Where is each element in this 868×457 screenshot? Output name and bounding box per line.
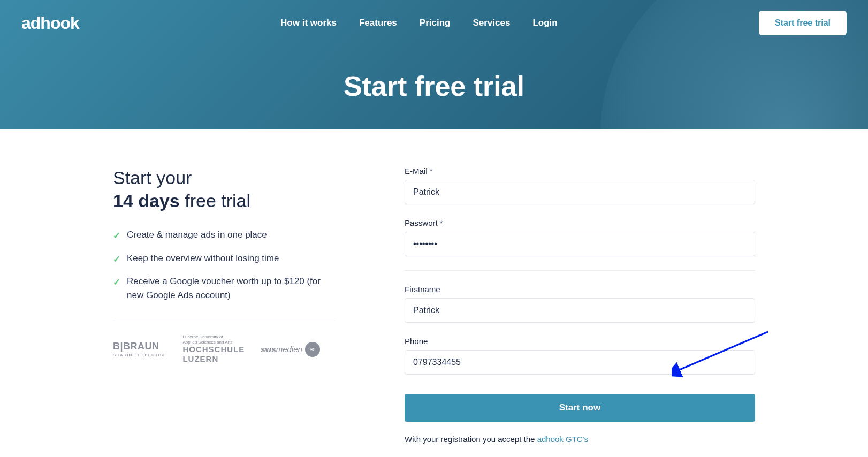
partner-sws-text: swsmedien	[261, 345, 302, 354]
benefit-text: Create & manage ads in one place	[127, 228, 267, 242]
partner-sws: swsmedien ≈	[261, 342, 320, 357]
nav-how-it-works[interactable]: How it works	[280, 18, 337, 28]
benefit-text: Receive a Google voucher worth up to $12…	[127, 275, 335, 302]
firstname-group: Firstname	[405, 285, 755, 323]
benefit-item: ✓ Create & manage ads in one place	[113, 228, 335, 243]
benefits-list: ✓ Create & manage ads in one place ✓ Kee…	[113, 228, 335, 302]
trial-heading: Start your 14 days free trial	[113, 166, 335, 212]
signup-form: E-Mail * Passwort * Firstname Phone Star…	[405, 166, 755, 444]
brand-logo-text: adhook	[21, 13, 79, 33]
benefit-item: ✓ Receive a Google voucher worth up to $…	[113, 275, 335, 302]
partner-braun: B|BRAUN SHARING EXPERTISE	[113, 341, 166, 357]
partner-braun-sub: SHARING EXPERTISE	[113, 353, 166, 358]
firstname-field[interactable]	[405, 298, 755, 323]
start-free-trial-button[interactable]: Start free trial	[759, 11, 847, 35]
phone-field[interactable]	[405, 350, 755, 375]
phone-label: Phone	[405, 337, 755, 346]
check-icon: ✓	[113, 276, 120, 290]
hero-section: adhook How it works Features Pricing Ser…	[0, 0, 868, 129]
nav-login[interactable]: Login	[532, 18, 557, 28]
consent-prefix: With your registration you accept the	[405, 435, 537, 444]
benefit-item: ✓ Keep the overview without losing time	[113, 252, 335, 266]
check-icon: ✓	[113, 253, 120, 266]
main-content: Start your 14 days free trial ✓ Create &…	[92, 129, 776, 457]
email-group: E-Mail *	[405, 166, 755, 204]
info-column: Start your 14 days free trial ✓ Create &…	[113, 166, 335, 444]
partner-logos: B|BRAUN SHARING EXPERTISE Lucerne Univer…	[113, 334, 335, 364]
partner-hslu: Lucerne University of Applied Sciences a…	[182, 334, 245, 364]
partner-hslu-line2: LUZERN	[182, 354, 245, 364]
email-label: E-Mail *	[405, 166, 755, 176]
nav-features[interactable]: Features	[359, 18, 397, 28]
page-title: Start free trial	[0, 70, 868, 102]
nav-services[interactable]: Services	[473, 18, 510, 28]
benefit-text: Keep the overview without losing time	[127, 252, 279, 265]
brand-logo[interactable]: adhook	[21, 13, 79, 33]
start-now-button[interactable]: Start now	[405, 394, 755, 422]
trial-heading-bold: 14 days	[113, 191, 180, 211]
password-group: Passwort *	[405, 218, 755, 256]
partner-braun-main: B|BRAUN	[113, 341, 166, 353]
form-divider	[405, 270, 755, 271]
nav-links: How it works Features Pricing Services L…	[280, 18, 558, 28]
partner-hslu-top: Lucerne University of Applied Sciences a…	[182, 334, 245, 345]
password-field[interactable]	[405, 232, 755, 256]
trial-heading-rest: free trial	[180, 191, 250, 211]
phone-group: Phone	[405, 337, 755, 375]
email-field[interactable]	[405, 180, 755, 204]
firstname-label: Firstname	[405, 285, 755, 294]
sws-icon: ≈	[305, 342, 320, 357]
password-label: Passwort *	[405, 218, 755, 227]
partner-hslu-line1: HOCHSCHULE	[182, 345, 245, 354]
trial-heading-line1: Start your	[113, 167, 192, 188]
divider	[113, 321, 335, 321]
consent-text: With your registration you accept the ad…	[405, 435, 755, 444]
gtc-link[interactable]: adhook GTC's	[537, 435, 588, 444]
nav-pricing[interactable]: Pricing	[420, 18, 451, 28]
check-icon: ✓	[113, 229, 120, 243]
top-nav: adhook How it works Features Pricing Ser…	[0, 0, 868, 46]
